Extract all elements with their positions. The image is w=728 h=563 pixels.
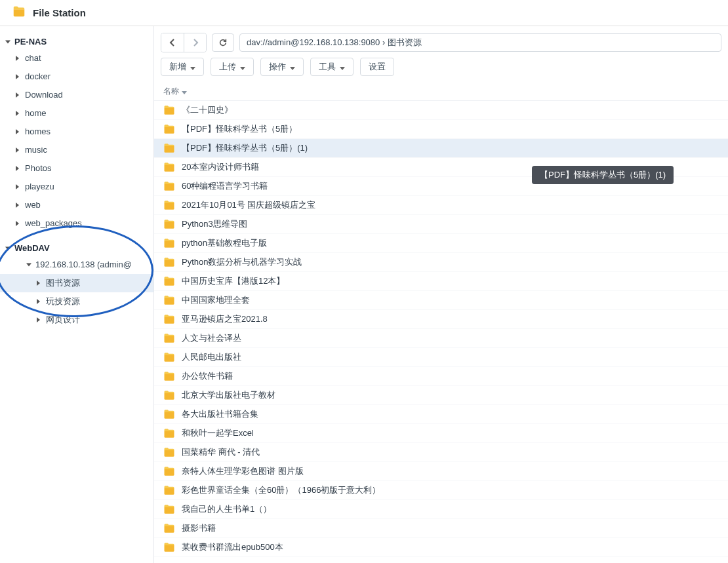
path-input[interactable]: dav://admin@192.168.10.138:9080 › 图书资源 xyxy=(239,33,721,52)
tree-item-play[interactable]: 玩技资源 xyxy=(0,292,153,311)
tree-item-music[interactable]: music xyxy=(0,141,153,159)
file-row[interactable]: 摄影书籍 xyxy=(154,519,728,538)
file-name: 2021年10月01号 国庆超级镇店之宝 xyxy=(182,199,315,211)
action-toolbar: 新增 上传 操作 工具 设置 xyxy=(154,58,728,83)
folder-icon xyxy=(163,238,175,248)
file-row[interactable]: 【PDF】怪味科学丛书（5册）(1) xyxy=(154,139,728,158)
file-row[interactable]: 人文与社会译丛 xyxy=(154,329,728,348)
file-name: 人民邮电出版社 xyxy=(182,351,241,363)
file-name: 北京大学出版社电子教材 xyxy=(182,389,275,401)
file-row[interactable]: 人民邮电出版社 xyxy=(154,348,728,367)
file-name: 亚马逊镇店之宝2021.8 xyxy=(182,313,268,325)
forward-button[interactable] xyxy=(184,33,206,52)
tree-item-web[interactable]: web xyxy=(0,196,153,214)
file-row[interactable]: 北京大学出版社电子教材 xyxy=(154,386,728,405)
new-button[interactable]: 新增 xyxy=(161,58,204,76)
app-title: File Station xyxy=(33,7,86,18)
back-button[interactable] xyxy=(161,33,184,52)
file-row[interactable]: 办公软件书籍 xyxy=(154,367,728,386)
file-row[interactable]: 彩色世界童话全集（全60册）（1966初版于意大利） xyxy=(154,481,728,500)
folder-icon xyxy=(163,181,175,191)
chevron-down-icon xyxy=(289,62,295,72)
refresh-button[interactable] xyxy=(212,33,234,52)
file-row[interactable]: python基础教程电子版 xyxy=(154,234,728,253)
tree-item-homes[interactable]: homes xyxy=(0,123,153,141)
file-name: Python数据分析与机器学习实战 xyxy=(182,256,302,268)
folder-icon xyxy=(163,409,175,419)
file-row[interactable]: 我自己的人生书单1（） xyxy=(154,500,728,519)
tree-item-chat[interactable]: chat xyxy=(0,49,153,68)
upload-button[interactable]: 上传 xyxy=(211,58,254,76)
folder-icon xyxy=(163,390,175,400)
file-name: 《二十四史》 xyxy=(182,104,233,116)
folder-icon xyxy=(163,200,175,210)
settings-button[interactable]: 设置 xyxy=(360,58,394,76)
file-name: 和秋叶一起学Excel xyxy=(182,427,254,439)
tree-item-webpackages[interactable]: web_packages xyxy=(0,214,153,233)
file-row[interactable]: 某收费书群流出epub500本 xyxy=(154,538,728,557)
file-row[interactable]: 【PDF】怪味科学丛书（5册） xyxy=(154,120,728,139)
file-name: 办公软件书籍 xyxy=(182,370,233,382)
path-text: dav://admin@192.168.10.138:9080 › 图书资源 xyxy=(247,37,422,49)
nav-history-group xyxy=(161,33,207,52)
tooltip-text: 【PDF】怪味科学丛书（5册）(1) xyxy=(540,170,666,180)
file-name: Python3思维导图 xyxy=(182,218,247,230)
tree-item-books[interactable]: 图书资源 xyxy=(0,274,153,292)
tree-section-label[interactable]: PE-NAS xyxy=(0,34,153,49)
file-row[interactable]: Python3思维导图 xyxy=(154,215,728,234)
content-pane: dav://admin@192.168.10.138:9080 › 图书资源 新… xyxy=(154,26,728,563)
folder-icon xyxy=(163,485,175,495)
folder-icon xyxy=(163,466,175,476)
folder-icon xyxy=(163,447,175,457)
chevron-down-icon xyxy=(189,62,195,72)
file-name: 人文与社会译丛 xyxy=(182,332,241,344)
column-name-label: 名称 xyxy=(163,86,179,97)
file-row[interactable]: 2021年10月01号 国庆超级镇店之宝 xyxy=(154,196,728,215)
file-name: 中国国家地理全套 xyxy=(182,294,250,306)
file-row[interactable]: 《二十四史》 xyxy=(154,101,728,120)
tree-item-playezu[interactable]: playezu xyxy=(0,178,153,196)
folder-icon xyxy=(163,105,175,115)
tree-section-text: WebDAV xyxy=(14,243,50,253)
folder-icon xyxy=(163,523,175,534)
tree-item-webdav-host[interactable]: 192.168.10.138 (admin@ xyxy=(0,256,153,274)
sort-asc-icon xyxy=(182,87,187,96)
folder-icon xyxy=(163,428,175,438)
folder-icon xyxy=(163,219,175,229)
folder-icon xyxy=(163,314,175,324)
file-row[interactable]: 中国历史宝库【港版12本】 xyxy=(154,272,728,291)
tools-button[interactable]: 工具 xyxy=(310,58,354,76)
folder-icon xyxy=(163,124,175,134)
folder-icon xyxy=(163,143,175,153)
folder-icon xyxy=(163,295,175,305)
file-name: 中国历史宝库【港版12本】 xyxy=(182,275,285,287)
tree-item-home[interactable]: home xyxy=(0,104,153,123)
tree-item-webdesign[interactable]: 网页设计 xyxy=(0,311,153,329)
app-icon xyxy=(12,5,26,21)
file-row[interactable]: 奈特人体生理学彩色图谱 图片版 xyxy=(154,462,728,481)
file-name: 【PDF】怪味科学丛书（5册）(1) xyxy=(182,142,308,154)
column-header[interactable]: 名称 xyxy=(154,83,728,101)
file-row[interactable]: 国菜精华 商代 - 清代 xyxy=(154,443,728,462)
tree-section-webdav: WebDAV 192.168.10.138 (admin@ 图书资源 玩技资源 … xyxy=(0,241,153,329)
file-name: 60种编程语言学习书籍 xyxy=(182,180,268,192)
file-name: 【PDF】怪味科学丛书（5册） xyxy=(182,123,297,135)
folder-icon xyxy=(163,542,175,553)
file-row[interactable]: 中国国家地理全套 xyxy=(154,291,728,310)
tree-item-docker[interactable]: docker xyxy=(0,68,153,86)
app-header: File Station xyxy=(0,0,728,26)
file-row[interactable]: Python数据分析与机器学习实战 xyxy=(154,253,728,272)
file-row[interactable]: 各大出版社书籍合集 xyxy=(154,405,728,424)
folder-icon xyxy=(163,162,175,172)
tree-section-text: PE-NAS xyxy=(14,37,47,47)
file-row[interactable]: 和秋叶一起学Excel xyxy=(154,424,728,443)
tree-item-photos[interactable]: Photos xyxy=(0,159,153,178)
chevron-down-icon xyxy=(239,62,245,72)
tree-item-download[interactable]: Download xyxy=(0,86,153,104)
file-row[interactable]: 亚马逊镇店之宝2021.8 xyxy=(154,310,728,329)
chevron-down-icon xyxy=(338,62,345,72)
action-button[interactable]: 操作 xyxy=(260,58,304,76)
file-name: 摄影书籍 xyxy=(182,522,216,534)
tree-section-label[interactable]: WebDAV xyxy=(0,241,153,256)
sidebar: PE-NAS chat docker Download home homes m… xyxy=(0,26,154,563)
